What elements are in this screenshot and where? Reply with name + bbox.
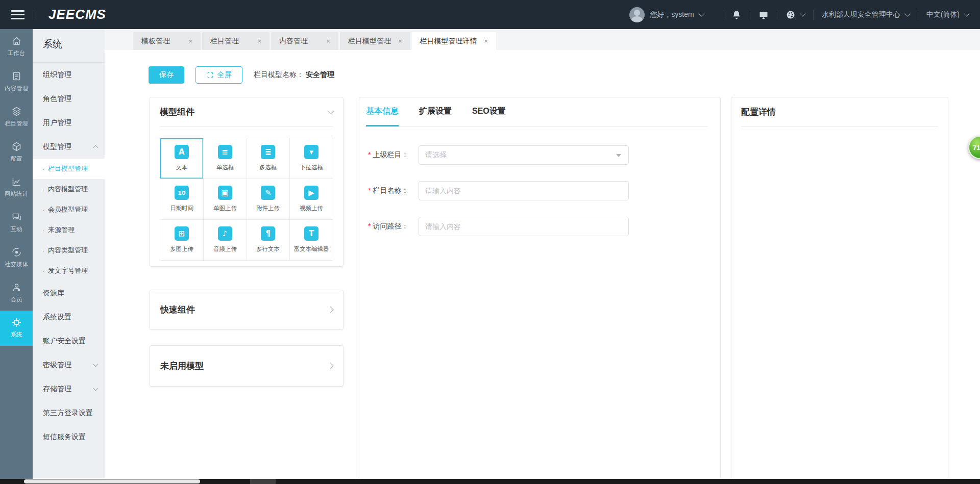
close-icon[interactable]: ×: [188, 38, 192, 44]
rail-item-config[interactable]: 配置: [0, 135, 33, 170]
sidebar-item-system-settings[interactable]: 系统设置: [33, 305, 105, 329]
close-icon[interactable]: ×: [326, 38, 330, 44]
rail-item-interaction[interactable]: 互动: [0, 205, 33, 240]
sidebar-subitem-source[interactable]: ·来源管理: [33, 220, 105, 240]
share-icon: [11, 247, 22, 258]
radio-list-icon: ≡: [218, 145, 232, 159]
tab-basic-info[interactable]: 基本信息: [366, 97, 399, 126]
chevron-right-icon: [327, 363, 334, 369]
sidebar-subitem-doc-number[interactable]: ·发文字号管理: [33, 261, 105, 281]
field-access-path: *访问路径：: [364, 217, 708, 236]
unused-models-panel[interactable]: 未启用模型: [150, 345, 344, 387]
bell-icon: [731, 10, 742, 20]
image-icon: ▣: [218, 186, 232, 200]
menu-toggle-icon[interactable]: [11, 10, 24, 19]
palette-icon: [786, 10, 796, 20]
component-datetime[interactable]: 10日期时间: [160, 179, 204, 220]
model-components-header[interactable]: 模型组件: [160, 97, 333, 127]
component-rich-text-editor[interactable]: T富文本编辑器: [290, 220, 333, 261]
rail-item-system[interactable]: 系统: [0, 311, 33, 346]
site-name: 水利部大坝安全管理中心: [822, 10, 900, 19]
column-name-input[interactable]: [419, 181, 629, 200]
sidebar-item-account-security[interactable]: 账户安全设置: [33, 329, 105, 353]
chart-icon: [11, 176, 22, 187]
model-name-value: 安全管理: [306, 70, 334, 79]
bullet-icon: ·: [42, 186, 44, 193]
chevron-down-icon: [800, 11, 805, 16]
sidebar-item-roles[interactable]: 角色管理: [33, 87, 105, 111]
bullet-icon: ·: [42, 206, 44, 214]
sidebar-item-storage[interactable]: 存储管理: [33, 377, 105, 401]
tab-column-model-mgmt[interactable]: 栏目模型管理×: [340, 32, 410, 50]
component-audio-upload[interactable]: ♪音频上传: [204, 220, 247, 261]
rail-item-statistics[interactable]: 网站统计: [0, 170, 33, 205]
parent-column-select[interactable]: 请选择: [419, 145, 629, 165]
rail-item-social-media[interactable]: 社交媒体: [0, 240, 33, 275]
component-multiline-text[interactable]: ¶多行文本: [247, 220, 290, 261]
rail-item-workbench[interactable]: 工作台: [0, 29, 33, 64]
detail-toolbar: 保存 全屏 栏目模型名称：安全管理: [149, 66, 334, 84]
rail-item-content[interactable]: 内容管理: [0, 64, 33, 99]
sidebar-item-users[interactable]: 用户管理: [33, 111, 105, 135]
paragraph-icon: ¶: [261, 226, 275, 241]
rail-item-columns[interactable]: 栏目管理: [0, 99, 33, 135]
main-nav-rail: 工作台 内容管理 栏目管理 配置 网站统计 互动 社交媒体 会员 系统: [0, 29, 33, 479]
access-path-input[interactable]: [419, 217, 629, 236]
chevron-down-icon: [93, 362, 99, 367]
rail-item-members[interactable]: 会员: [0, 275, 33, 311]
divider: [777, 10, 777, 20]
video-icon: ▶: [304, 186, 318, 200]
sidebar-item-label: 系统设置: [43, 313, 71, 322]
close-icon[interactable]: ×: [484, 38, 488, 44]
rail-item-label: 栏目管理: [5, 119, 28, 128]
component-radio[interactable]: ≡单选框: [204, 138, 247, 179]
sidebar-subitem-column-model[interactable]: ·栏目模型管理: [33, 159, 105, 179]
sidebar-item-org[interactable]: 组织管理: [33, 63, 105, 87]
field-label: *栏目名称：: [364, 186, 419, 195]
tab-label: 内容管理: [279, 37, 308, 46]
component-single-image-upload[interactable]: ▣单图上传: [204, 179, 247, 220]
sidebar-subitem-content-type[interactable]: ·内容类型管理: [33, 240, 105, 261]
sidebar-subitem-member-model[interactable]: ·会员模型管理: [33, 199, 105, 220]
component-dropdown[interactable]: ▾下拉选框: [290, 138, 333, 179]
close-icon[interactable]: ×: [398, 38, 402, 44]
theme-menu[interactable]: [786, 10, 805, 20]
bullet-icon: ·: [42, 165, 44, 173]
close-icon[interactable]: ×: [257, 38, 261, 44]
monitor-button[interactable]: [758, 10, 769, 20]
component-multi-image-upload[interactable]: ⊞多图上传: [160, 220, 204, 261]
component-checkbox[interactable]: ≣多选框: [247, 138, 290, 179]
components-grid: A文本 ≡单选框 ≣多选框 ▾下拉选框 10日期时间 ▣单图上传 ✎附件上传 ▶…: [160, 138, 333, 261]
sidebar-item-sms[interactable]: 短信服务设置: [33, 425, 105, 449]
tab-extended-settings[interactable]: 扩展设置: [419, 97, 452, 126]
field-column-name: *栏目名称：: [364, 181, 708, 200]
badge-value: 71: [973, 144, 980, 151]
component-video-upload[interactable]: ▶视频上传: [290, 179, 333, 220]
notifications-button[interactable]: [731, 10, 742, 20]
sidebar-item-third-party-login[interactable]: 第三方登录设置: [33, 401, 105, 425]
sidebar-item-secrecy[interactable]: 密级管理: [33, 353, 105, 377]
sidebar-item-models[interactable]: 模型管理: [33, 135, 105, 159]
fullscreen-button[interactable]: 全屏: [195, 66, 242, 84]
fullscreen-label: 全屏: [217, 70, 232, 80]
tab-template-mgmt[interactable]: 模板管理×: [133, 32, 201, 50]
sidebar-item-label: 存储管理: [43, 385, 71, 394]
language-switcher[interactable]: 中文(简体): [926, 10, 969, 19]
sidebar-subitem-content-model[interactable]: ·内容模型管理: [33, 179, 105, 199]
component-text[interactable]: A文本: [160, 138, 204, 179]
save-button[interactable]: 保存: [149, 66, 184, 84]
chevron-down-icon: [964, 11, 969, 16]
tab-column-model-detail[interactable]: 栏目模型管理详情×: [412, 32, 497, 50]
site-switcher[interactable]: 水利部大坝安全管理中心: [822, 10, 910, 19]
tab-column-mgmt[interactable]: 栏目管理×: [202, 32, 270, 50]
bullet-icon: ·: [42, 267, 44, 275]
panel-title: 未启用模型: [160, 360, 204, 372]
tab-seo-settings[interactable]: SEO设置: [472, 97, 506, 126]
quick-components-panel[interactable]: 快速组件: [150, 290, 344, 330]
sidebar-item-resources[interactable]: 资源库: [33, 281, 105, 305]
tab-content-mgmt[interactable]: 内容管理×: [271, 32, 338, 50]
user-menu[interactable]: 您好，system: [629, 7, 703, 22]
scrollbar-thumb[interactable]: [24, 479, 200, 483]
component-attachment-upload[interactable]: ✎附件上传: [247, 179, 290, 220]
rail-item-label: 社交媒体: [5, 260, 28, 268]
